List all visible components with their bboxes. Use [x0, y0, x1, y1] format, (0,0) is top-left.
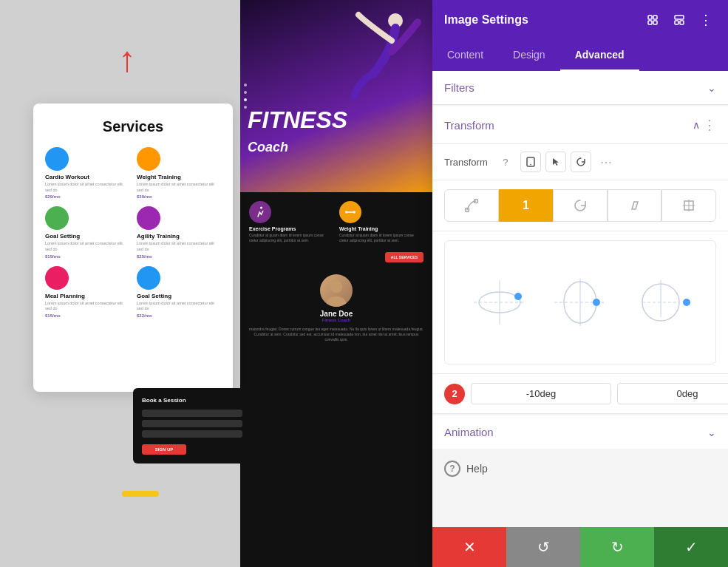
- action-bar: ✕ ↺ ↻ ✓: [432, 527, 728, 567]
- more-options-btn[interactable]: ⋮: [695, 10, 716, 30]
- service-icon-meal: [45, 266, 69, 290]
- profile-section: Jane Doe Fitness Coach maiandra feugiat.…: [240, 268, 432, 348]
- refresh-mode-icon: [573, 198, 588, 213]
- fitness-hero: FITNESS Coach: [240, 0, 432, 192]
- service-price-2: $39/mo: [137, 194, 152, 199]
- tab-advanced[interactable]: Advanced: [560, 40, 639, 71]
- service-icon-cardio: [45, 147, 69, 171]
- animation-section: Animation ⌄: [432, 415, 728, 449]
- all-services-container: ALL SERVICES: [240, 252, 432, 268]
- mode-btn-skew[interactable]: [608, 189, 662, 222]
- service-desc-2: Lorem ipsum dolor sit amet consectetur e…: [137, 182, 221, 193]
- program-item-exercise: Exercise Programs Curabitur at quam diam…: [249, 201, 333, 243]
- svg-rect-12: [680, 21, 684, 24]
- service-name-agility: Agility Training: [137, 233, 180, 240]
- transform-section: Transform ∧ ⋮ Transform ?: [432, 106, 728, 414]
- service-item-goal2: Goal Setting Lorem ipsum dolor sit amet …: [137, 266, 221, 318]
- session-title: Book a Session: [142, 397, 242, 404]
- rotate-mode-badge: 1: [514, 194, 537, 217]
- nav-dots: [244, 84, 247, 109]
- help-label[interactable]: Help: [466, 463, 488, 475]
- transform-cursor-btn[interactable]: [545, 152, 566, 172]
- help-section: ? Help: [432, 449, 728, 489]
- service-icon-goal2: [137, 266, 160, 290]
- reset-icon: [576, 157, 586, 167]
- transform-device-btn[interactable]: [520, 152, 541, 172]
- y-rotation-input[interactable]: [617, 383, 728, 404]
- svg-rect-6: [648, 16, 652, 19]
- panel-body: Filters ⌄ Transform ∧ ⋮ Transform ?: [432, 71, 728, 527]
- program-desc-weight: Curabitur at quam diam id lorem ipsum co…: [339, 233, 423, 243]
- service-icon-goal1: [45, 206, 69, 230]
- cursor-icon: [551, 157, 561, 167]
- y-rotation-viz: [551, 265, 610, 339]
- layout-icon-btn[interactable]: [669, 10, 690, 30]
- skew-mode-icon: [627, 198, 642, 213]
- service-name-meal: Meal Planning: [45, 293, 85, 299]
- service-item-meal: Meal Planning Lorem ipsum dolor sit amet…: [45, 266, 129, 318]
- mode-btn-path[interactable]: [444, 189, 499, 222]
- undo-icon: ↺: [537, 538, 550, 556]
- profile-role: Fitness Coach: [322, 318, 350, 322]
- animation-header[interactable]: Animation ⌄: [432, 415, 728, 449]
- session-card: Book a Session SIGN UP: [133, 388, 251, 464]
- mode-buttons-row: 1: [432, 180, 728, 231]
- services-card: Services Cardio Workout Lorem ipsum dolo…: [33, 103, 233, 392]
- mode-btn-rotate[interactable]: 1: [499, 189, 554, 222]
- redo-button[interactable]: ↻: [580, 527, 654, 567]
- service-grid: Cardio Workout Lorem ipsum dolor sit ame…: [45, 147, 221, 318]
- session-signup-button[interactable]: SIGN UP: [142, 444, 186, 455]
- settings-panel: Image Settings ⋮ Content: [432, 0, 728, 567]
- transform-more-icon[interactable]: ⋮: [703, 117, 716, 133]
- x-rotation-viz: [470, 265, 529, 339]
- fitness-main-text: FITNESS: [248, 106, 347, 133]
- nav-dot-4: [244, 106, 247, 109]
- weight-icon: [339, 201, 361, 223]
- service-price-3: $19/mo: [45, 254, 61, 259]
- yellow-accent-shape: [122, 491, 159, 497]
- svg-point-31: [683, 299, 690, 306]
- expand-icon: [647, 14, 659, 26]
- all-services-button[interactable]: ALL SERVICES: [385, 252, 423, 262]
- preview-area: ↓ Services Cardio Workout Lorem ipsum do…: [0, 0, 432, 567]
- x-rotation-input[interactable]: [471, 383, 611, 404]
- service-icon-weight: [137, 147, 160, 171]
- tab-design[interactable]: Design: [498, 40, 560, 71]
- transform-reset-btn[interactable]: [571, 152, 591, 172]
- transform-row-label: Transform: [444, 157, 488, 168]
- confirm-button[interactable]: ✓: [654, 527, 728, 567]
- panel-title: Image Settings: [444, 13, 528, 27]
- expand-icon-btn[interactable]: [642, 10, 663, 30]
- visualizer-container: [444, 240, 716, 364]
- svg-point-22: [514, 293, 522, 300]
- cancel-button[interactable]: ✕: [432, 527, 506, 567]
- weight-training-icon: [344, 206, 357, 219]
- program-item-weight: Weight Training Curabitur at quam diam i…: [339, 201, 423, 243]
- svg-rect-3: [353, 211, 356, 214]
- service-name-goal2: Goal Setting: [137, 293, 171, 299]
- transform-header: Transform ∧ ⋮: [432, 106, 728, 144]
- tab-content[interactable]: Content: [432, 40, 498, 71]
- fitness-dark-panel: FITNESS Coach Exercise Program: [240, 0, 432, 567]
- service-desc-3: Lorem ipsum dolor sit amet consectetur e…: [45, 241, 129, 252]
- undo-button[interactable]: ↺: [506, 527, 580, 567]
- filters-chevron-icon: ⌄: [707, 82, 716, 94]
- layout-icon: [673, 14, 685, 26]
- animation-label: Animation: [444, 426, 494, 438]
- transform-collapse-icon[interactable]: ∧: [693, 119, 700, 131]
- transform-help-btn[interactable]: ?: [495, 152, 516, 172]
- degree-inputs-row: 2: [432, 374, 728, 414]
- transform-options-btn[interactable]: ⋯: [596, 152, 616, 172]
- filters-section-header[interactable]: Filters ⌄: [432, 71, 728, 105]
- mode-btn-refresh[interactable]: [553, 189, 608, 222]
- programs-section: Exercise Programs Curabitur at quam diam…: [240, 192, 432, 252]
- device-icon: [525, 157, 536, 167]
- services-title: Services: [45, 118, 221, 135]
- program-title-weight: Weight Training: [339, 226, 423, 231]
- confirm-icon: ✓: [685, 538, 698, 556]
- step-badge-2: 2: [444, 384, 465, 404]
- svg-rect-8: [648, 21, 652, 24]
- help-question-icon: ?: [444, 461, 460, 477]
- mode-btn-scale[interactable]: [661, 189, 716, 222]
- yoga-figure-svg: [351, 7, 425, 155]
